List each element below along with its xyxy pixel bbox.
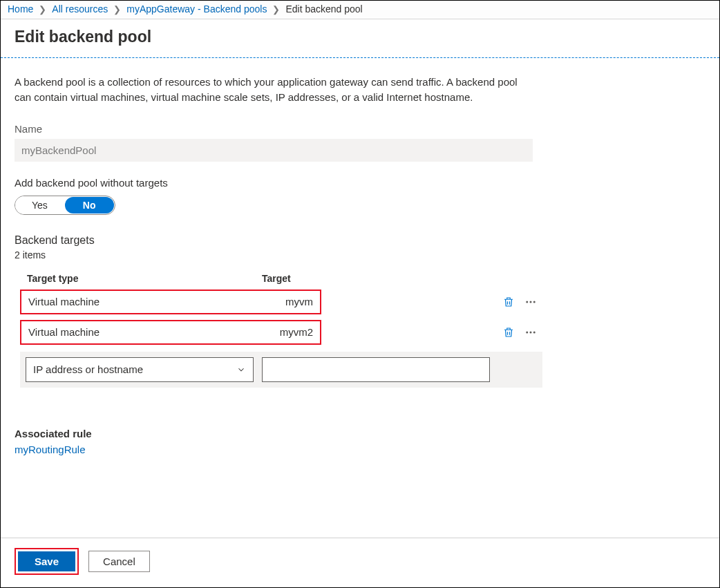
cancel-button[interactable]: Cancel (88, 551, 150, 572)
breadcrumb-home[interactable]: Home (8, 3, 33, 15)
column-header-target: Target (262, 273, 547, 284)
target-value-cell: myvm (256, 291, 320, 313)
target-value-cell: myvm2 (256, 321, 320, 343)
associated-rule-link[interactable]: myRoutingRule (15, 444, 547, 455)
column-header-type: Target type (27, 273, 262, 284)
target-type-select-value: IP address or hostname (33, 363, 143, 375)
chevron-right-icon: ❯ (267, 4, 285, 15)
page-description: A backend pool is a collection of resour… (15, 75, 526, 105)
svg-point-1 (530, 301, 532, 303)
delete-icon[interactable] (501, 325, 516, 340)
breadcrumb-all-resources[interactable]: All resources (52, 3, 108, 15)
new-target-row: IP address or hostname (20, 352, 542, 388)
associated-rule-heading: Associated rule (15, 428, 547, 439)
svg-point-4 (530, 331, 532, 333)
chevron-right-icon: ❯ (33, 4, 52, 15)
more-icon[interactable] (523, 325, 538, 340)
without-targets-label: Add backend pool without targets (15, 177, 547, 189)
breadcrumb-current: Edit backend pool (285, 3, 362, 15)
target-value-input[interactable] (262, 357, 490, 382)
toggle-yes[interactable]: Yes (15, 196, 64, 214)
save-button-highlight: Save (15, 548, 79, 575)
target-row: Virtual machine myvm (15, 290, 547, 314)
target-row-box[interactable]: Virtual machine myvm (20, 290, 321, 314)
backend-targets-heading: Backend targets (15, 234, 547, 247)
breadcrumb-app-gateway[interactable]: myAppGateway - Backend pools (126, 3, 267, 15)
name-label: Name (15, 123, 547, 135)
page-title: Edit backend pool (1, 19, 719, 57)
breadcrumb: Home ❯ All resources ❯ myAppGateway - Ba… (1, 1, 719, 19)
target-type-cell: Virtual machine (21, 321, 256, 343)
without-targets-toggle[interactable]: Yes No (15, 196, 115, 215)
chevron-down-icon (236, 365, 246, 374)
target-row: Virtual machine myvm2 (15, 320, 547, 345)
name-input[interactable] (15, 139, 533, 162)
svg-point-0 (526, 301, 528, 303)
targets-table-header: Target type Target (15, 273, 547, 284)
footer: Save Cancel (1, 538, 719, 587)
more-icon[interactable] (523, 294, 538, 310)
svg-point-3 (526, 331, 528, 333)
svg-point-2 (533, 301, 536, 303)
save-button[interactable]: Save (18, 551, 75, 571)
target-row-box[interactable]: Virtual machine myvm2 (20, 320, 321, 345)
chevron-right-icon: ❯ (108, 4, 126, 15)
toggle-no[interactable]: No (65, 197, 114, 214)
backend-targets-count: 2 items (15, 249, 547, 260)
target-type-select[interactable]: IP address or hostname (26, 357, 254, 382)
target-type-cell: Virtual machine (21, 291, 256, 313)
svg-point-5 (533, 331, 536, 333)
delete-icon[interactable] (501, 294, 516, 310)
